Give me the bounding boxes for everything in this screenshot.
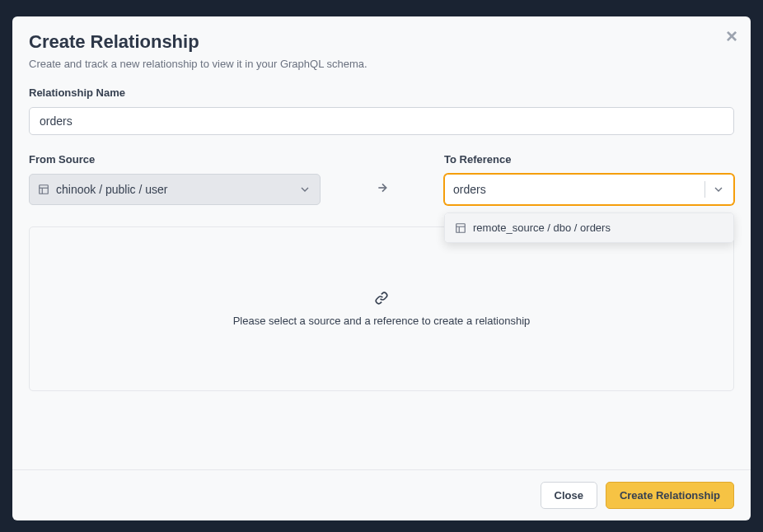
dropdown-option[interactable]: remote_source / dbo / orders [445,213,733,242]
chevron-down-icon [292,181,311,198]
from-source-label: From Source [29,153,321,166]
modal-subtitle: Create and track a new relationship to v… [29,58,734,70]
table-icon [455,222,466,234]
create-relationship-modal: Create Relationship Create and track a n… [12,16,751,520]
to-reference-label: To Reference [444,153,734,166]
modal-title: Create Relationship [29,31,734,53]
svg-rect-4 [456,223,466,232]
to-reference-column: To Reference orders [444,153,734,205]
from-source-column: From Source chinook / public / user [29,153,321,205]
to-reference-select[interactable]: orders [444,174,734,205]
relationship-name-input[interactable] [29,107,734,135]
to-reference-value: orders [453,183,700,196]
source-reference-row: From Source chinook / public / user [29,153,734,205]
arrow-column [321,153,444,198]
arrow-right-icon [376,181,389,198]
modal-header: Create Relationship Create and track a n… [12,16,751,77]
create-relationship-button[interactable]: Create Relationship [606,482,734,509]
relationship-name-group: Relationship Name [29,86,734,135]
relationship-placeholder: Please select a source and a reference t… [29,226,734,391]
table-icon [38,184,49,195]
chevron-down-icon [704,181,725,198]
from-source-select[interactable]: chinook / public / user [29,174,321,205]
placeholder-text: Please select a source and a reference t… [233,315,531,327]
to-reference-dropdown: remote_source / dbo / orders [444,212,734,243]
close-icon[interactable]: × [726,26,737,46]
dropdown-option-label: remote_source / dbo / orders [473,222,611,234]
close-button[interactable]: Close [541,482,597,509]
modal-footer: Close Create Relationship [12,469,751,520]
relationship-name-label: Relationship Name [29,86,734,99]
link-icon [375,292,388,308]
from-source-value: chinook / public / user [56,183,287,196]
svg-rect-0 [40,185,49,194]
modal-body: Relationship Name From Source chinook / … [12,77,751,469]
